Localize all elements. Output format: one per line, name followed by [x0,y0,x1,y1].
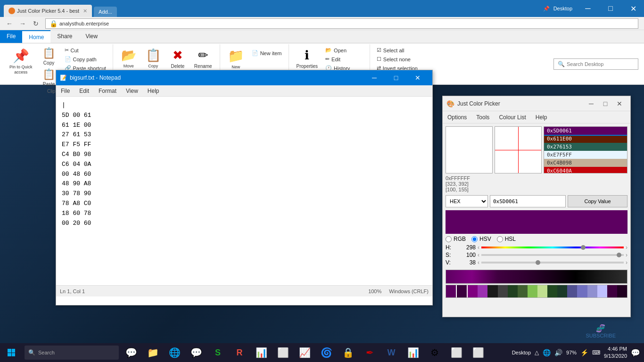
maximize-button[interactable]: □ [600,1,621,16]
bottom-swatch-15[interactable] [597,285,607,297]
network-icon[interactable]: 🌐 [543,349,551,356]
refresh-button[interactable]: ↻ [30,18,41,29]
volume-icon[interactable]: 🔊 [554,349,562,356]
color-list-item-3[interactable]: 0xE7F5FF [544,151,627,159]
cp-close[interactable]: ✕ [612,97,627,110]
hsv-radio[interactable] [471,236,478,242]
cp-menu-tools[interactable]: Tools [471,111,494,123]
taskbar-icon-r[interactable]: R [229,343,250,362]
rgb-radio-label[interactable]: RGB [446,236,466,242]
notification-icon[interactable]: 💬 [631,348,640,357]
copy-button[interactable]: 📋 Copy [37,46,61,66]
open-button[interactable]: 📂 Open [322,46,366,54]
cp-menu-help[interactable]: Help [531,111,552,123]
keyboard-icon[interactable]: ⌨ [592,349,600,356]
expand-tray-icon[interactable]: △ [535,349,539,356]
minimize-button[interactable]: ─ [577,1,599,16]
bottom-swatch-13[interactable] [577,285,587,297]
sat-right-arrow[interactable]: › [626,252,627,258]
bottom-swatch-1[interactable] [456,285,468,297]
desktop-label[interactable]: Desktop [508,350,535,355]
select-all-button[interactable]: ☑ Select all [374,46,421,54]
bottom-swatch-0[interactable] [446,285,456,297]
hsl-radio[interactable] [497,236,503,242]
ribbon-tab-share[interactable]: Share [50,30,79,43]
sat-left-arrow[interactable]: ‹ [478,252,479,258]
taskbar-icon-skype[interactable]: 💬 [186,343,206,362]
cut-button[interactable]: ✂ Cut [62,46,109,54]
start-button[interactable] [0,343,23,362]
taskbar-clock[interactable]: 4:46 PM 9/13/2020 [604,346,627,360]
browser-tab-active[interactable]: Just Color Picker 5.4 - best ✕ [4,5,92,17]
val-right-arrow[interactable]: › [626,259,627,266]
taskbar-icon-s[interactable]: S [207,343,228,362]
bottom-swatch-10[interactable] [547,285,557,297]
notepad-menu-format[interactable]: Format [94,85,121,96]
close-button[interactable]: ✕ [622,1,644,16]
bottom-swatch-14[interactable] [587,285,597,297]
taskbar-icon-cortana[interactable]: 💬 [121,343,141,362]
taskbar-icon-browser[interactable]: 🌀 [316,343,337,362]
color-format-select[interactable]: HEX [446,195,488,207]
bottom-swatch-2[interactable] [468,285,478,297]
bottom-swatch-12[interactable] [567,285,577,297]
taskbar-icon-ppt[interactable]: 📊 [403,343,423,362]
notepad-menu-help[interactable]: Help [143,85,164,96]
ribbon-tab-file[interactable]: File [0,30,22,43]
taskbar-icon-chrome[interactable]: 🌐 [164,343,185,362]
search-input[interactable] [567,61,634,67]
cp-menu-options[interactable]: Options [443,111,471,123]
taskbar-icon-security[interactable]: 🔒 [338,343,358,362]
notepad-maximize[interactable]: □ [385,70,407,85]
properties-button[interactable]: ℹ Properties [293,46,322,71]
val-slider[interactable] [481,262,624,263]
forward-button[interactable]: → [17,18,28,29]
browser-tab-new[interactable]: Add... [94,7,117,17]
ribbon-tab-home[interactable]: Home [22,30,50,43]
power-icon[interactable]: ⚡ [580,349,588,356]
bottom-swatch-4[interactable] [487,285,497,297]
notepad-menu-view[interactable]: View [121,85,143,96]
bottom-swatch-7[interactable] [518,285,528,297]
ribbon-tab-view[interactable]: View [79,30,104,43]
notepad-menu-file[interactable]: File [56,85,74,96]
bottom-swatch-9[interactable] [537,285,547,297]
edit-button[interactable]: ✏ Edit [322,55,366,63]
taskbar-icon-chart[interactable]: 📈 [294,343,315,362]
hex-value-input[interactable] [490,195,566,207]
color-list-item-4[interactable]: 0xC4B098 [544,159,627,167]
rename-button[interactable]: ✏ Rename [190,46,216,71]
color-list-item-2[interactable]: 0x276153 [544,143,627,151]
bottom-swatch-5[interactable] [498,285,508,297]
color-list[interactable]: 0x5D00610x611E000x2761530xE7F5FF0xC4B098… [544,126,627,173]
bottom-swatch-3[interactable] [478,285,487,297]
taskbar-icon-pen[interactable]: ✒ [359,343,380,362]
sat-slider[interactable] [481,254,624,256]
hsl-radio-label[interactable]: HSL [497,236,516,242]
new-item-button[interactable]: 📄 New item [249,49,285,57]
pin-to-quick-access-button[interactable]: 📌 Pin to Quickaccess [6,46,36,77]
taskbar-icon-green[interactable]: ⬜ [446,343,467,362]
notepad-text-area[interactable]: | 5D 00 6161 1E 0027 61 53E7 F5 FFC4 B0 … [56,97,432,285]
taskbar-icon-app[interactable]: ⬜ [272,343,293,362]
delete-button[interactable]: ✖ Delete [166,46,190,71]
taskbar-search[interactable]: 🔍 Search [25,346,119,360]
rgb-radio[interactable] [446,236,452,242]
select-none-button[interactable]: ☐ Select none [374,55,421,63]
bottom-swatch-16[interactable] [607,285,617,297]
copy-path-button[interactable]: 📄 Copy path [62,55,109,63]
hue-slider[interactable] [481,247,624,248]
hue-left-arrow[interactable]: ‹ [478,244,479,251]
taskbar-icon-files[interactable]: 📁 [142,343,163,362]
cp-menu-colour-list[interactable]: Colour List [494,111,530,123]
taskbar-icon-word[interactable]: W [381,343,402,362]
taskbar-icon-excel[interactable]: 📊 [251,343,272,362]
copy-value-button[interactable]: Copy Value [568,195,627,207]
color-list-item-0[interactable]: 0x5D0061 [544,127,627,135]
hue-right-arrow[interactable]: › [626,244,627,251]
tab-close-icon[interactable]: ✕ [83,8,87,14]
taskbar-icon-settings[interactable]: ⚙ [424,343,445,362]
back-button[interactable]: ← [4,18,15,29]
hsv-radio-label[interactable]: HSV [471,236,491,242]
bottom-swatch-8[interactable] [528,285,537,297]
